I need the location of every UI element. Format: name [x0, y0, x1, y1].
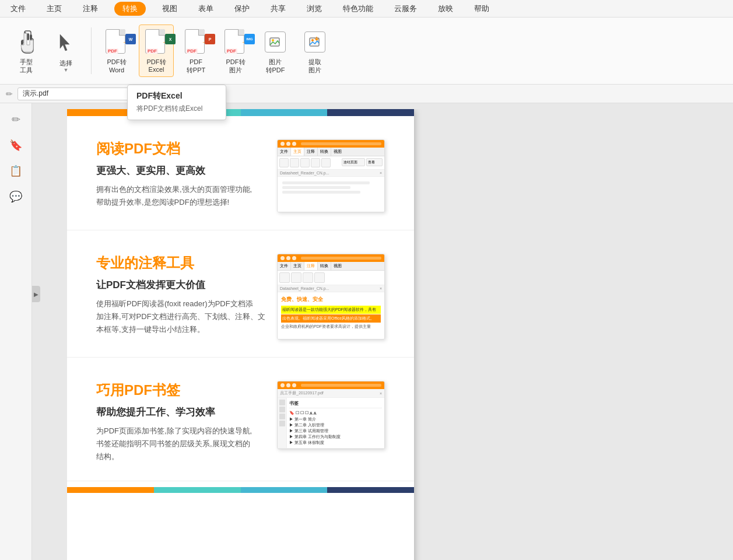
mini-dot-6: [292, 256, 296, 260]
image-to-pdf-icon: [264, 27, 287, 57]
mini-lt-4: [279, 421, 285, 426]
mini-bk-item-5: ▶ 第五章 休假制度: [289, 440, 382, 446]
menu-bar: const pd = JSON.parse(document.getElemen…: [0, 0, 733, 18]
mini-address-3: 员工手册_20120917.pdf ×: [278, 389, 384, 398]
mini-right-tools-2: 查看: [366, 158, 383, 166]
sidebar-pencil-icon[interactable]: ✏: [5, 109, 26, 130]
sidebar-comment-icon[interactable]: 💬: [5, 186, 26, 207]
read-body: 拥有出色的文档渲染效果,强大的页面管理功能,帮助提升效率,是您阅读PDF的理想选…: [96, 183, 265, 209]
mini-dot-5: [286, 256, 290, 260]
mini-bk-item-4: ▶ 第四章 工作行为与勤制度: [289, 434, 382, 440]
mini-address-2: Datasheet_Reader_CN.p... ×: [278, 285, 384, 292]
menu-item-转换[interactable]: 转换: [114, 2, 146, 16]
mini-tool-1: [279, 158, 289, 167]
pdf-to-excel-button[interactable]: PDF → X PDF转Excel: [139, 24, 174, 77]
mini-address-text-1: Datasheet_Reader_CN.p...: [280, 171, 329, 175]
mini-dot-8: [286, 383, 290, 387]
mini-tab2-file: 文件: [278, 262, 291, 270]
main-content: ▶ 阅读PDF文档 更强大、更实用、更高效 拥有出色的文档渲染效果,强大的页面管…: [32, 103, 733, 560]
extract-image-icon: [303, 27, 327, 57]
mini-bk-icon-3: ☐: [300, 411, 304, 415]
mini-bk-icon-5: A: [310, 411, 313, 415]
bookmark-title: 巧用PDF书签: [96, 381, 265, 400]
menu-item-帮助[interactable]: 帮助: [469, 1, 494, 16]
mini-card-2-header: [278, 254, 384, 262]
tooltip-desc: 将PDF文档转成Excel: [136, 104, 217, 114]
menu-item-保护[interactable]: 保护: [230, 1, 254, 16]
mini-bk-icon-6: A: [314, 411, 317, 415]
mini-dot-3: [292, 142, 296, 146]
mini-close-1: ×: [380, 171, 382, 175]
collapse-arrow[interactable]: ▶: [32, 286, 40, 302]
mini-bookmark-layout: 书签 🔖 ☐ ☐ ☐ A A ▶ 第一章 简介: [278, 398, 384, 449]
svg-rect-1: [27, 33, 29, 40]
mini-dot-7: [280, 383, 285, 387]
section-annotate: 专业的注释工具 让PDF文档发挥更大价值 使用福昕PDF阅读器(foxit re…: [67, 230, 414, 358]
mini-tabs-1: 文件 主页 注释 转换 视图: [278, 148, 384, 156]
menu-item-主页[interactable]: 主页: [42, 1, 66, 16]
pdf-to-image-label: PDF转图片: [226, 58, 245, 74]
sidebar-bookmark-icon[interactable]: 🔖: [5, 135, 26, 156]
pdf-to-word-button[interactable]: PDF → W PDF转Word: [99, 24, 134, 77]
select-tool-button[interactable]: 选择 ▼: [48, 24, 83, 77]
mini-tool-a1: [279, 272, 290, 283]
mini-spacer-1: [332, 158, 341, 167]
bottom-bar-navy: [327, 487, 414, 493]
mini-tab2-convert: 转换: [318, 262, 331, 270]
mini-line-1: [282, 181, 370, 184]
mini-tool-5: [321, 158, 331, 167]
hand-tool-button[interactable]: 手型工具: [9, 24, 44, 77]
mini-tab2-home: 主页: [291, 262, 304, 270]
mini-line-3: [282, 191, 360, 194]
extract-image-label: 提取图片: [308, 58, 321, 74]
mini-tool-4: [311, 158, 320, 167]
mini-tab2-note-active: 注释: [304, 262, 318, 270]
mini-title-bar-2: [301, 257, 381, 260]
menu-item-特色功能[interactable]: 特色功能: [338, 1, 378, 16]
mini-tool-a4: [314, 272, 325, 283]
mini-bk-icon-4: ☐: [305, 411, 308, 415]
mini-tabs-2: 文件 主页 注释 转换 视图: [278, 262, 384, 271]
address-bar: ✏: [0, 85, 733, 103]
mini-tab2-view: 视图: [331, 262, 344, 270]
mini-address-text-3: 员工手册_20120917.pdf: [280, 390, 324, 396]
mini-bk-icon-2: ☐: [296, 411, 299, 415]
mini-toolbar-2: [278, 271, 384, 285]
menu-item-云服务[interactable]: 云服务: [390, 1, 422, 16]
mini-dot-4: [280, 256, 285, 260]
mini-preview-2: 文件 主页 注释 转换 视图: [277, 254, 385, 340]
pdf-to-image-button[interactable]: PDF → IMG PDF转图片: [218, 24, 253, 77]
toolbar-separator-1: [91, 27, 92, 74]
mini-tab-convert: 转换: [318, 148, 331, 156]
pdf-to-excel-label: PDF转Excel: [147, 58, 166, 74]
extract-image-button[interactable]: 提取图片: [297, 24, 332, 77]
pdf-to-ppt-button[interactable]: PDF → P PDF转PPT: [178, 24, 213, 77]
menu-item-文件[interactable]: 文件: [6, 1, 30, 16]
svg-rect-3: [21, 40, 23, 45]
mini-title-bar: [301, 142, 381, 145]
menu-item-共享[interactable]: 共享: [266, 1, 290, 16]
sidebar-pages-icon[interactable]: 📋: [5, 160, 26, 181]
tooltip-title: PDF转Excel: [136, 91, 217, 102]
menu-item-放映[interactable]: 放映: [433, 1, 458, 16]
annotate-body: 使用福昕PDF阅读器(foxit reader)为PDF文档添加注释,可对PDF…: [96, 298, 265, 336]
menu-item-浏览[interactable]: 浏览: [302, 1, 327, 16]
mini-tool-a2: [291, 272, 301, 283]
mini-orange-highlight: 出色表现。福昕阅读器采用Office风格的添加格式。: [281, 314, 381, 323]
pdf-to-excel-icon: PDF → X: [145, 28, 168, 57]
bottom-color-bar: [67, 487, 414, 493]
menu-item-表单[interactable]: 表单: [194, 1, 218, 16]
filename-input[interactable]: [17, 88, 134, 100]
mini-preview-3: 员工手册_20120917.pdf ×: [277, 381, 385, 463]
top-color-bar: [67, 109, 414, 116]
menu-item-注释[interactable]: 注释: [78, 1, 103, 16]
mini-bookmark-section-title: 书签: [289, 400, 382, 408]
mini-bk-item-2: ▶ 第二章 入职管理: [289, 422, 382, 428]
mini-left-tools: [278, 398, 287, 448]
bottom-bar-teal: [154, 487, 241, 493]
select-icon: [54, 29, 78, 58]
menu-item-视图[interactable]: 视图: [157, 1, 182, 16]
mini-lt-3: [279, 414, 285, 419]
image-to-pdf-button[interactable]: 图片转PDF: [258, 24, 293, 77]
mini-bk-item-3: ▶ 第三章 试用期管理: [289, 428, 382, 434]
